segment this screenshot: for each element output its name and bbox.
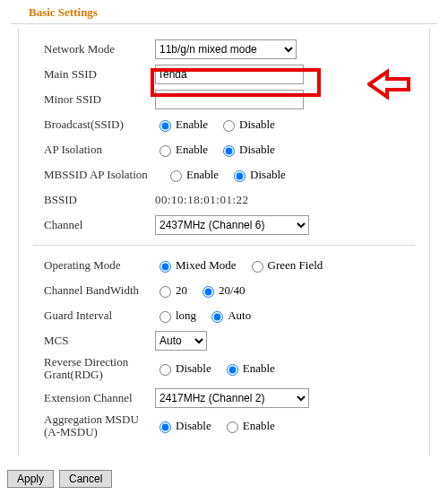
row-amsdu: Aggregation MSDU (A-MSDU) Disable Enable <box>44 411 404 443</box>
apply-button[interactable]: Apply <box>7 470 54 488</box>
minor-ssid-input[interactable] <box>155 90 304 109</box>
rdg-disable[interactable]: Disable <box>155 361 211 376</box>
row-broadcast: Broadcast(SSID) Enable Disable <box>44 112 404 137</box>
network-mode-select[interactable]: 11b/g/n mixed mode <box>155 39 297 59</box>
label-ap-isolation: AP Isolation <box>44 143 155 157</box>
bw-20[interactable]: 20 <box>155 283 187 298</box>
amsdu-enable[interactable]: Enable <box>222 419 275 433</box>
label-mcs: MCS <box>44 334 155 348</box>
mbssid-disable[interactable]: Disable <box>229 168 286 182</box>
label-network-mode: Network Mode <box>44 42 155 56</box>
label-bandwidth: Channel BandWidth <box>44 283 155 298</box>
button-bar: Apply Cancel <box>7 470 112 488</box>
row-rdg: Reverse Direction Grant(RDG) Disable Ena… <box>44 353 404 386</box>
row-operating-mode: Operating Mode Mixed Mode Green Field <box>44 253 404 278</box>
label-bssid: BSSID <box>44 193 155 207</box>
label-channel: Channel <box>44 218 155 232</box>
broadcast-disable[interactable]: Disable <box>219 117 275 132</box>
bssid-value: 00:10:18:01:01:22 <box>155 193 249 207</box>
row-ap-isolation: AP Isolation Enable Disable <box>44 137 404 162</box>
row-bssid: BSSID 00:10:18:01:01:22 <box>44 187 404 213</box>
separator <box>33 245 415 246</box>
channel-select[interactable]: 2437MHz (Channel 6) <box>155 215 309 235</box>
label-rdg: Reverse Direction Grant(RDG) <box>44 354 155 381</box>
ext-channel-select[interactable]: 2417MHz (Channel 2) <box>155 388 309 408</box>
label-minor-ssid: Minor SSID <box>44 92 155 107</box>
row-main-ssid: Main SSID <box>44 62 404 87</box>
settings-panel: Network Mode 11b/g/n mixed mode Main SSI… <box>18 28 430 456</box>
label-amsdu: Aggregation MSDU (A-MSDU) <box>44 412 155 439</box>
cancel-button[interactable]: Cancel <box>59 470 112 488</box>
amsdu-disable[interactable]: Disable <box>155 419 211 433</box>
opmode-mixed[interactable]: Mixed Mode <box>155 258 237 273</box>
row-bandwidth: Channel BandWidth 20 20/40 <box>44 278 404 303</box>
row-minor-ssid: Minor SSID <box>44 87 404 112</box>
mbssid-enable[interactable]: Enable <box>166 168 219 182</box>
mcs-select[interactable]: Auto <box>155 331 207 351</box>
row-channel: Channel 2437MHz (Channel 6) <box>44 213 404 238</box>
label-broadcast: Broadcast(SSID) <box>44 117 155 132</box>
label-ext-channel: Extension Channel <box>44 391 155 405</box>
row-mbssid-isolation: MBSSID AP Isolation Enable Disable <box>44 162 404 187</box>
opmode-green[interactable]: Green Field <box>247 258 323 273</box>
page: { "title": "Basic Settings", "labels": {… <box>0 0 448 495</box>
page-title: Basic Settings <box>0 0 448 23</box>
ap-isolation-disable[interactable]: Disable <box>219 143 275 157</box>
main-ssid-input[interactable] <box>155 65 304 84</box>
title-rule <box>11 23 437 24</box>
row-ext-channel: Extension Channel 2417MHz (Channel 2) <box>44 386 404 411</box>
row-network-mode: Network Mode 11b/g/n mixed mode <box>44 37 404 62</box>
label-operating-mode: Operating Mode <box>44 258 155 273</box>
guard-auto[interactable]: Auto <box>207 308 251 323</box>
rdg-enable[interactable]: Enable <box>222 361 275 376</box>
ap-isolation-enable[interactable]: Enable <box>155 143 208 157</box>
label-main-ssid: Main SSID <box>44 67 155 82</box>
guard-long[interactable]: long <box>155 308 196 323</box>
row-guard: Guard Interval long Auto <box>44 303 404 328</box>
bw-2040[interactable]: 20/40 <box>198 283 246 298</box>
row-mcs: MCS Auto <box>44 328 404 353</box>
broadcast-enable[interactable]: Enable <box>155 117 208 132</box>
label-mbssid-isolation: MBSSID AP Isolation <box>44 168 166 182</box>
label-guard: Guard Interval <box>44 308 155 323</box>
